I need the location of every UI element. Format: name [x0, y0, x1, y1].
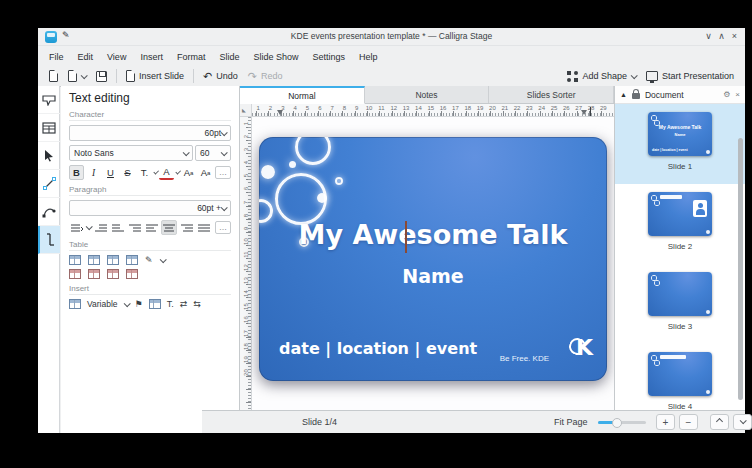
- horizontal-ruler[interactable]: 1234567891011121314151617181920212223242…: [252, 104, 614, 117]
- chevron-down-icon: [123, 300, 130, 307]
- add-slide-button[interactable]: +: [656, 414, 675, 430]
- menu-slide-show[interactable]: Slide Show: [246, 50, 305, 64]
- superscript-button[interactable]: Aa: [181, 165, 196, 180]
- slide-thumbnail-item-4[interactable]: Slide 4: [615, 344, 745, 410]
- insert-slide-button[interactable]: Insert Slide: [121, 68, 189, 84]
- align-center-button[interactable]: [161, 220, 177, 235]
- indent-marker-left[interactable]: [277, 110, 283, 115]
- line-spacing-button[interactable]: [69, 220, 84, 235]
- slide-thumbnail[interactable]: [648, 272, 712, 316]
- tab-normal[interactable]: Normal: [240, 86, 365, 104]
- insert-column-left-icon[interactable]: [107, 255, 119, 265]
- indent-paragraph-button[interactable]: [127, 220, 142, 235]
- insert-table-icon[interactable]: [69, 299, 81, 309]
- undo-button[interactable]: ↶Undo: [198, 69, 243, 83]
- merge-cells-icon[interactable]: [107, 269, 119, 279]
- maximize-button[interactable]: ∧: [715, 30, 728, 43]
- panel-scrollbar[interactable]: [738, 138, 743, 400]
- split-cells-icon[interactable]: [126, 269, 138, 279]
- indent-marker-right[interactable]: [581, 110, 587, 115]
- align-justify-button[interactable]: [196, 220, 211, 235]
- slide-thumbnail-item-2[interactable]: Slide 2: [615, 184, 745, 264]
- menu-format[interactable]: Format: [170, 50, 213, 64]
- menu-file[interactable]: File: [42, 50, 71, 64]
- lock-icon[interactable]: [632, 93, 640, 99]
- collapse-icon[interactable]: ▲: [620, 91, 627, 98]
- delete-row-icon[interactable]: [69, 269, 81, 279]
- menu-settings[interactable]: Settings: [305, 50, 352, 64]
- menu-slide[interactable]: Slide: [212, 50, 246, 64]
- decrease-indent-button[interactable]: [110, 220, 125, 235]
- path-tool[interactable]: [38, 198, 60, 226]
- connector-tool[interactable]: [38, 170, 60, 198]
- start-presentation-button[interactable]: Start Presentation: [641, 69, 739, 83]
- add-shape-button[interactable]: Add Shape: [562, 69, 641, 84]
- slide-thumbnail[interactable]: My Awesome TalkNamedate | location | eve…: [648, 112, 712, 156]
- minimize-button[interactable]: ∨: [702, 30, 715, 43]
- insert-frame-icon[interactable]: [149, 299, 161, 309]
- selection-tool[interactable]: [38, 142, 60, 170]
- menu-edit[interactable]: Edit: [71, 50, 101, 64]
- delete-column-icon[interactable]: [88, 269, 100, 279]
- slide-thumbnail[interactable]: [648, 352, 712, 396]
- underline-button[interactable]: U: [103, 165, 118, 180]
- close-button[interactable]: ×: [728, 30, 741, 43]
- slide-footer-text[interactable]: date | location | event: [279, 339, 477, 358]
- variable-dropdown[interactable]: Variable: [87, 299, 118, 309]
- vertical-ruler[interactable]: 1234567891011121314151617181920: [240, 117, 252, 410]
- align-left-button[interactable]: [144, 220, 159, 235]
- text-style-icon[interactable]: T.: [167, 299, 174, 309]
- table-pen-icon[interactable]: ✎: [145, 255, 153, 265]
- subscript-button[interactable]: Aa: [198, 165, 213, 180]
- new-document-button[interactable]: [44, 68, 63, 84]
- font-family-combo[interactable]: Noto Sans: [69, 145, 193, 161]
- menu-insert[interactable]: Insert: [133, 50, 170, 64]
- zoom-slider-handle[interactable]: [612, 418, 622, 428]
- character-more-button[interactable]: …: [215, 166, 231, 179]
- text-tool[interactable]: [38, 226, 60, 254]
- text-color-button[interactable]: A: [159, 165, 174, 180]
- slide-editor[interactable]: My Awesome Talk Name date | location | e…: [259, 137, 607, 381]
- paragraph-spacing-combo[interactable]: 60pt +: [69, 200, 231, 216]
- tab-notes[interactable]: Notes: [365, 86, 490, 103]
- change-case-button[interactable]: T.: [137, 165, 152, 180]
- panel-close-icon[interactable]: ×: [735, 90, 740, 99]
- insert-row-above-icon[interactable]: [69, 255, 81, 265]
- slide-thumbnail[interactable]: [648, 192, 712, 236]
- italic-button[interactable]: I: [86, 165, 101, 180]
- title-bar[interactable]: ✎ KDE events presentation template * — C…: [38, 28, 745, 46]
- next-slide-button[interactable]: [733, 414, 752, 430]
- zoom-slider[interactable]: [598, 421, 646, 424]
- remove-slide-button[interactable]: −: [679, 414, 698, 430]
- font-size-spinner[interactable]: 60: [195, 145, 231, 161]
- panel-settings-icon[interactable]: ⚙: [723, 90, 730, 99]
- slide-subtitle-text[interactable]: Name: [259, 265, 607, 287]
- ruler-number: 14: [412, 104, 424, 116]
- strikethrough-button[interactable]: S: [120, 165, 135, 180]
- paragraph-more-button[interactable]: …: [215, 221, 231, 234]
- insert-column-right-icon[interactable]: [126, 255, 138, 265]
- bookmark-flag-icon[interactable]: ⚑: [135, 299, 143, 309]
- kde-logo: K: [576, 335, 593, 360]
- bold-button[interactable]: B: [69, 165, 84, 180]
- previous-slide-button[interactable]: [710, 414, 729, 430]
- slide-thumbnail-item-1[interactable]: My Awesome TalkNamedate | location | eve…: [615, 104, 745, 184]
- redo-button[interactable]: ↷Redo: [243, 69, 288, 83]
- align-right-button[interactable]: [179, 220, 194, 235]
- tab-slides-sorter[interactable]: Slides Sorter: [489, 86, 614, 103]
- table-tool[interactable]: [38, 114, 60, 142]
- save-button[interactable]: [91, 69, 112, 84]
- menu-view[interactable]: View: [100, 50, 133, 64]
- character-style-combo[interactable]: 60pt: [69, 125, 231, 141]
- increase-indent-button[interactable]: [93, 220, 108, 235]
- slide-thumbnail-item-3[interactable]: Slide 3: [615, 264, 745, 344]
- link-icon[interactable]: ⇆: [193, 299, 201, 309]
- open-document-button[interactable]: [63, 68, 91, 84]
- swap-icon[interactable]: ⇄: [180, 299, 188, 309]
- slide-title-text[interactable]: My Awesome Talk: [259, 219, 607, 250]
- ruler-origin: [240, 104, 252, 117]
- menu-help[interactable]: Help: [352, 50, 385, 64]
- slide-canvas[interactable]: My Awesome Talk Name date | location | e…: [252, 117, 614, 410]
- insert-row-below-icon[interactable]: [88, 255, 100, 265]
- basic-shape-tool[interactable]: [38, 86, 60, 114]
